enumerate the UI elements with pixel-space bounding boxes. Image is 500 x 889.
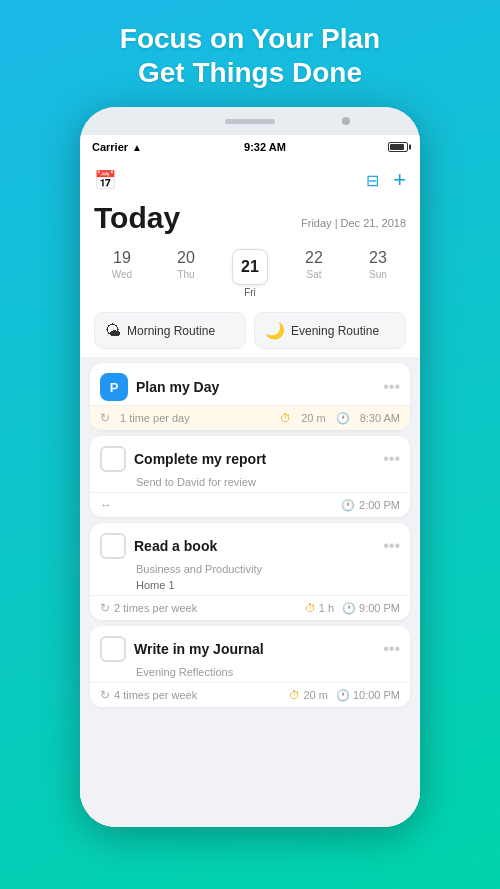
toolbar: 📅 ⊟ +	[80, 159, 420, 197]
today-label: Today	[94, 201, 180, 235]
battery-icon	[388, 142, 408, 152]
book-time: 9:00 PM	[359, 602, 400, 614]
report-title: Complete my report	[134, 451, 375, 467]
phone-speaker	[225, 119, 275, 124]
header-text: Focus on Your Plan Get Things Done	[120, 22, 380, 89]
plan-duration: 20 m	[301, 412, 325, 424]
plan-title: Plan my Day	[136, 379, 375, 395]
journal-time: 10:00 PM	[353, 689, 400, 701]
task-card-book: Read a book ••• Business and Productivit…	[90, 523, 410, 620]
report-time: 2:00 PM	[359, 499, 400, 511]
cal-name: Sat	[306, 269, 321, 280]
report-meta: ↔ 🕐 2:00 PM	[90, 492, 410, 517]
cal-name: Thu	[177, 269, 194, 280]
tasks-list: P Plan my Day ••• ↻ 1 time per day ⏱ 20 …	[80, 357, 420, 827]
today-header: Today Friday | Dec 21, 2018	[80, 197, 420, 243]
morning-icon: 🌤	[105, 322, 121, 340]
journal-time-icon: 🕐	[336, 689, 350, 702]
routine-buttons: 🌤 Morning Routine 🌙 Evening Routine	[80, 304, 420, 357]
carrier-label: Carrier	[92, 141, 128, 153]
report-checkbox[interactable]	[100, 446, 126, 472]
book-time-icon: 🕐	[342, 602, 356, 615]
cal-name: Wed	[112, 269, 132, 280]
book-duration: 1 h	[319, 602, 334, 614]
evening-icon: 🌙	[265, 321, 285, 340]
book-duration-icon: ⏱	[305, 602, 316, 614]
plan-repeat-icon: ↻	[100, 411, 110, 425]
cal-name: Sun	[369, 269, 387, 280]
book-subtitle: Business and Productivity	[90, 563, 410, 579]
book-title: Read a book	[134, 538, 375, 554]
plan-meta: ↻ 1 time per day ⏱ 20 m 🕐 8:30 AM	[90, 405, 410, 430]
book-frequency: 2 times per week	[114, 602, 197, 614]
cal-num: 23	[369, 249, 387, 267]
cal-day-wed[interactable]: 19 Wed	[100, 249, 144, 298]
phone-wrapper: Carrier ▲ 9:32 AM 📅 ⊟ + Today Friday | D…	[80, 107, 420, 827]
journal-duration-icon: ⏱	[289, 689, 300, 701]
evening-routine-label: Evening Routine	[291, 324, 379, 338]
task-card-journal: Write in my Journal ••• Evening Reflecti…	[90, 626, 410, 707]
header-line1: Focus on Your Plan	[120, 23, 380, 54]
evening-routine-button[interactable]: 🌙 Evening Routine	[254, 312, 406, 349]
morning-routine-label: Morning Routine	[127, 324, 215, 338]
plan-time: 8:30 AM	[360, 412, 400, 424]
phone-top-bar	[80, 107, 420, 135]
app-content: 📅 ⊟ + Today Friday | Dec 21, 2018 19 Wed…	[80, 159, 420, 827]
calendar-icon[interactable]: 📅	[94, 169, 116, 191]
journal-meta: ↻ 4 times per week ⏱ 20 m 🕐 10:00 PM	[90, 682, 410, 707]
add-button[interactable]: +	[393, 167, 406, 193]
filter-icon[interactable]: ⊟	[366, 171, 379, 190]
task-card-plan: P Plan my Day ••• ↻ 1 time per day ⏱ 20 …	[90, 363, 410, 430]
plan-more-icon[interactable]: •••	[383, 378, 400, 396]
cal-num: 20	[177, 249, 195, 267]
cal-name: Fri	[244, 287, 256, 298]
plan-badge: P	[100, 373, 128, 401]
cal-day-thu[interactable]: 20 Thu	[164, 249, 208, 298]
book-more-icon[interactable]: •••	[383, 537, 400, 555]
cal-num: 21	[232, 249, 268, 285]
morning-routine-button[interactable]: 🌤 Morning Routine	[94, 312, 246, 349]
cal-day-fri[interactable]: 21 Fri	[228, 249, 272, 298]
book-checkbox[interactable]	[100, 533, 126, 559]
status-time: 9:32 AM	[244, 141, 286, 153]
calendar-strip: 19 Wed 20 Thu 21 Fri 22 Sat 23 Sun	[80, 243, 420, 304]
report-arrow-icon: ↔	[100, 498, 112, 512]
date-label: Friday | Dec 21, 2018	[301, 217, 406, 235]
report-subtitle: Send to David for review	[90, 476, 410, 492]
journal-duration: 20 m	[303, 689, 327, 701]
book-meta: ↻ 2 times per week ⏱ 1 h 🕐 9:00 PM	[90, 595, 410, 620]
task-card-report: Complete my report ••• Send to David for…	[90, 436, 410, 517]
cal-day-sun[interactable]: 23 Sun	[356, 249, 400, 298]
journal-repeat-icon: ↻	[100, 688, 110, 702]
plan-duration-icon: ⏱	[280, 412, 291, 424]
book-repeat-icon: ↻	[100, 601, 110, 615]
journal-checkbox[interactable]	[100, 636, 126, 662]
phone-camera	[342, 117, 350, 125]
journal-subtitle: Evening Reflections	[90, 666, 410, 682]
cal-num: 19	[113, 249, 131, 267]
status-bar: Carrier ▲ 9:32 AM	[80, 135, 420, 159]
book-tag: Home 1	[90, 579, 410, 595]
journal-frequency: 4 times per week	[114, 689, 197, 701]
header-line2: Get Things Done	[138, 57, 362, 88]
plan-time-icon: 🕐	[336, 412, 350, 425]
journal-more-icon[interactable]: •••	[383, 640, 400, 658]
cal-num: 22	[305, 249, 323, 267]
journal-title: Write in my Journal	[134, 641, 375, 657]
wifi-icon: ▲	[132, 142, 142, 153]
report-more-icon[interactable]: •••	[383, 450, 400, 468]
plan-frequency: 1 time per day	[120, 412, 190, 424]
cal-day-sat[interactable]: 22 Sat	[292, 249, 336, 298]
report-time-icon: 🕐	[341, 499, 355, 512]
